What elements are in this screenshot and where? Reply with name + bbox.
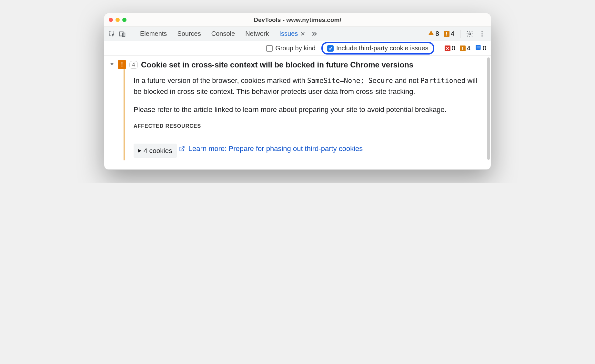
affected-resources-header: Affected Resources xyxy=(134,122,479,130)
chevron-right-icon: ▶ xyxy=(138,147,142,154)
breaking-square-icon: ! xyxy=(460,46,466,51)
issues-content: ! 4 Cookie set in cross-site context wil… xyxy=(104,56,491,169)
issue-severity-icon: ! xyxy=(118,60,126,69)
issue-title: Cookie set in cross-site context will be… xyxy=(141,60,413,69)
settings-gear-icon[interactable] xyxy=(464,28,475,39)
breaking-badge[interactable]: ! 4 xyxy=(444,30,454,37)
tab-elements-label: Elements xyxy=(140,30,167,37)
tab-sources[interactable]: Sources xyxy=(172,27,206,41)
p1b: and not xyxy=(393,76,421,85)
window-minimize-button[interactable] xyxy=(116,18,120,22)
window-zoom-button[interactable] xyxy=(122,18,126,22)
checkbox-checked-icon[interactable] xyxy=(327,45,334,52)
devtools-toolbar: Elements Sources Console Network Issues … xyxy=(104,27,491,41)
close-icon[interactable]: ✕ xyxy=(300,30,305,37)
tab-console-label: Console xyxy=(211,30,235,37)
expand-toggle-icon[interactable] xyxy=(110,62,115,67)
svg-point-4 xyxy=(481,31,483,32)
breaking-count-2: 4 xyxy=(467,45,470,52)
svg-point-3 xyxy=(469,33,471,35)
titlebar: DevTools - www.nytimes.com/ xyxy=(104,13,491,27)
errors-count-badge[interactable]: ✕ 0 xyxy=(445,45,455,52)
tab-network-label: Network xyxy=(245,30,269,37)
svg-rect-7 xyxy=(476,45,480,50)
p1a: In a future version of the browser, cook… xyxy=(134,76,307,85)
warnings-count: 8 xyxy=(436,30,439,37)
include-third-party-filter[interactable]: Include third-party cookie issues xyxy=(321,42,434,55)
include-third-party-label: Include third-party cookie issues xyxy=(336,45,429,52)
toolbar-divider xyxy=(460,30,460,38)
scrollbar[interactable] xyxy=(487,57,490,160)
warnings-badge[interactable]: 8 xyxy=(428,30,439,38)
info-count-badge[interactable]: 0 xyxy=(475,44,486,52)
tab-console[interactable]: Console xyxy=(206,27,240,41)
group-by-kind-filter[interactable]: Group by kind xyxy=(266,45,316,52)
issue-description-1: In a future version of the browser, cook… xyxy=(134,75,479,97)
more-tabs-icon[interactable] xyxy=(310,30,318,37)
toolbar-badge-group: 8 ! 4 xyxy=(428,30,454,38)
svg-point-5 xyxy=(481,33,483,35)
tab-issues[interactable]: Issues ✕ xyxy=(274,27,311,41)
issue-count-pill: 4 xyxy=(129,61,138,69)
panel-tabs: Elements Sources Console Network Issues … xyxy=(135,27,318,41)
affected-item-label: 4 cookies xyxy=(144,146,172,156)
affected-resource-item[interactable]: ▶ 4 cookies xyxy=(134,144,177,158)
breaking-square-icon: ! xyxy=(444,31,449,37)
issue-header-row[interactable]: ! 4 Cookie set in cross-site context wil… xyxy=(110,60,485,69)
info-square-icon xyxy=(475,44,481,52)
tab-elements[interactable]: Elements xyxy=(135,27,172,41)
devtools-window: DevTools - www.nytimes.com/ Elements Sou… xyxy=(104,13,491,170)
learn-more-link[interactable]: Learn more: Prepare for phasing out thir… xyxy=(179,143,363,154)
group-by-kind-label: Group by kind xyxy=(275,45,316,52)
warning-triangle-icon xyxy=(428,30,434,38)
code-samesite: SameSite=None; Secure xyxy=(307,77,393,85)
svg-point-6 xyxy=(481,35,483,36)
issue-body: In a future version of the browser, cook… xyxy=(124,69,485,160)
toolbar-divider xyxy=(131,30,131,38)
code-partitioned: Partitioned xyxy=(420,77,465,85)
errors-count: 0 xyxy=(452,45,455,52)
tab-sources-label: Sources xyxy=(177,30,201,37)
breaking-count-badge[interactable]: ! 4 xyxy=(460,45,470,52)
window-title: DevTools - www.nytimes.com/ xyxy=(104,16,491,24)
info-count: 0 xyxy=(483,45,486,52)
more-menu-icon[interactable] xyxy=(477,28,488,39)
checkbox-unchecked-icon[interactable] xyxy=(266,45,273,52)
issues-filter-bar: Group by kind Include third-party cookie… xyxy=(104,41,491,56)
issue-counts: ✕ 0 ! 4 0 xyxy=(445,44,486,52)
error-square-icon: ✕ xyxy=(445,46,450,51)
tab-issues-label: Issues xyxy=(279,30,298,37)
breaking-count: 4 xyxy=(451,30,454,37)
learn-more-label: Learn more: Prepare for phasing out thir… xyxy=(188,143,363,154)
device-toolbar-icon[interactable] xyxy=(118,29,127,38)
window-close-button[interactable] xyxy=(109,18,113,22)
traffic-lights xyxy=(109,18,126,22)
inspect-element-icon[interactable] xyxy=(107,29,116,38)
issue-description-2: Please refer to the article linked to le… xyxy=(134,104,479,115)
tab-network[interactable]: Network xyxy=(240,27,274,41)
